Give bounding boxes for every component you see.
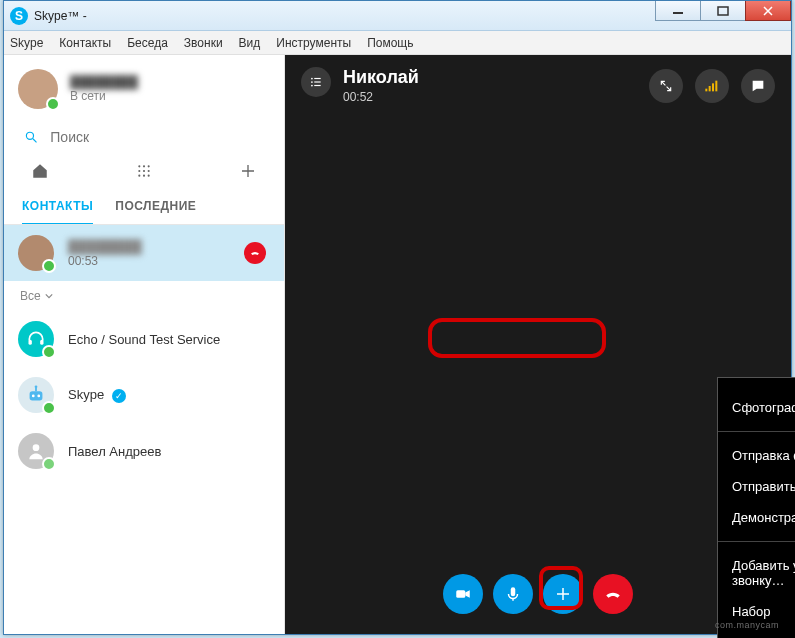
- menu-contacts[interactable]: Контакты: [59, 36, 111, 50]
- new-button[interactable]: [236, 159, 260, 183]
- close-button[interactable]: [745, 1, 791, 21]
- call-header-buttons: [649, 69, 775, 103]
- profile-block[interactable]: ████████ В сети: [4, 55, 284, 119]
- icon-bar: [4, 159, 284, 193]
- presence-dot-icon: [42, 345, 56, 359]
- contact-name: ████████: [68, 239, 142, 254]
- tab-recent[interactable]: ПОСЛЕДНИЕ: [115, 199, 196, 225]
- contact-avatar: [18, 377, 54, 413]
- menu-item-send-contacts[interactable]: Отправить контакты…: [718, 471, 795, 502]
- contact-avatar: [18, 433, 54, 469]
- chat-button[interactable]: [741, 69, 775, 103]
- svg-point-19: [35, 385, 38, 388]
- menu-item-share-screen[interactable]: Демонстрация экрана…: [718, 502, 795, 533]
- chat-icon: [750, 78, 766, 94]
- contact-row-pavel[interactable]: Павел Андреев: [4, 423, 284, 479]
- search-row[interactable]: [4, 119, 284, 159]
- svg-rect-15: [30, 391, 43, 400]
- home-icon: [31, 162, 49, 180]
- svg-rect-30: [715, 81, 717, 92]
- menu-item-snapshot[interactable]: Сфотографировать…: [718, 392, 795, 423]
- menubar: Skype Контакты Беседа Звонки Вид Инструм…: [4, 31, 791, 55]
- sidebar-tabs: КОНТАКТЫ ПОСЛЕДНИЕ: [4, 193, 284, 225]
- dialpad-button[interactable]: [132, 159, 156, 183]
- svg-rect-26: [314, 85, 320, 86]
- presence-dot-icon: [42, 457, 56, 471]
- mic-icon: [504, 585, 522, 603]
- presence-dot-icon: [42, 259, 56, 273]
- presence-dot-icon: [42, 401, 56, 415]
- call-header: Николай 00:52: [285, 55, 791, 116]
- contact-avatar: [18, 321, 54, 357]
- svg-rect-32: [511, 587, 516, 596]
- menu-separator: [718, 431, 795, 432]
- svg-point-6: [148, 165, 150, 167]
- video-icon: [454, 585, 472, 603]
- contact-name: Павел Андреев: [68, 444, 161, 459]
- call-quality-button[interactable]: [695, 69, 729, 103]
- svg-point-11: [143, 175, 145, 177]
- video-button[interactable]: [443, 574, 483, 614]
- maximize-icon: [717, 6, 729, 16]
- titlebar[interactable]: S Skype™ -: [4, 1, 791, 31]
- svg-point-7: [138, 170, 140, 172]
- menu-help[interactable]: Помощь: [367, 36, 413, 50]
- svg-rect-0: [673, 12, 683, 14]
- dialpad-icon: [136, 163, 152, 179]
- menu-view[interactable]: Вид: [239, 36, 261, 50]
- svg-point-9: [148, 170, 150, 172]
- maximize-button[interactable]: [700, 1, 746, 21]
- tab-contacts[interactable]: КОНТАКТЫ: [22, 199, 93, 225]
- minimize-button[interactable]: [655, 1, 701, 21]
- menu-skype[interactable]: Skype: [10, 36, 43, 50]
- svg-point-5: [143, 165, 145, 167]
- sidebar: ████████ В сети: [4, 55, 285, 634]
- svg-rect-28: [709, 86, 711, 91]
- window-title: Skype™ -: [34, 9, 87, 23]
- mic-button[interactable]: [493, 574, 533, 614]
- contact-name: Echo / Sound Test Service: [68, 332, 220, 347]
- svg-point-25: [311, 85, 313, 87]
- chevron-down-icon: [45, 292, 53, 300]
- close-icon: [762, 6, 774, 16]
- contact-row-skype[interactable]: Skype ✓: [4, 367, 284, 423]
- svg-point-10: [138, 175, 140, 177]
- contact-row-echo[interactable]: Echo / Sound Test Service: [4, 311, 284, 367]
- plus-icon: [240, 163, 256, 179]
- menu-conversation[interactable]: Беседа: [127, 36, 168, 50]
- presence-dot-icon: [46, 97, 60, 111]
- plus-icon: [554, 585, 572, 603]
- phone-down-icon: [604, 585, 622, 603]
- filter-dropdown[interactable]: Все: [4, 281, 284, 311]
- active-call-row[interactable]: ████████ 00:53: [4, 225, 284, 281]
- svg-rect-1: [718, 7, 728, 15]
- phone-down-icon: [249, 247, 261, 259]
- search-input[interactable]: [50, 129, 268, 145]
- minimize-icon: [672, 6, 684, 16]
- svg-point-2: [26, 132, 33, 139]
- call-panel: Николай 00:52: [285, 55, 791, 634]
- svg-point-23: [311, 81, 313, 83]
- home-button[interactable]: [28, 159, 52, 183]
- menu-calls[interactable]: Звонки: [184, 36, 223, 50]
- svg-point-12: [148, 175, 150, 177]
- svg-rect-31: [456, 590, 465, 598]
- menu-item-send-files[interactable]: Отправка файлов…: [718, 440, 795, 471]
- svg-point-4: [138, 165, 140, 167]
- headset-icon: [26, 329, 46, 349]
- menu-tools[interactable]: Инструменты: [276, 36, 351, 50]
- call-timer: 00:53: [68, 254, 142, 268]
- call-toolbar: [285, 574, 791, 614]
- menu-separator: [718, 541, 795, 542]
- app-window: S Skype™ - Skype Контакты Беседа Звонки …: [3, 0, 792, 635]
- window-buttons: [656, 1, 791, 21]
- signal-icon: [704, 79, 720, 93]
- hangup-mini-button[interactable]: [244, 242, 266, 264]
- fullscreen-button[interactable]: [649, 69, 683, 103]
- skype-logo-icon: S: [10, 7, 28, 25]
- expand-icon: [659, 79, 673, 93]
- plus-button[interactable]: [543, 574, 583, 614]
- hangup-button[interactable]: [593, 574, 633, 614]
- profile-avatar: [18, 69, 58, 109]
- call-participants-button[interactable]: [301, 67, 331, 97]
